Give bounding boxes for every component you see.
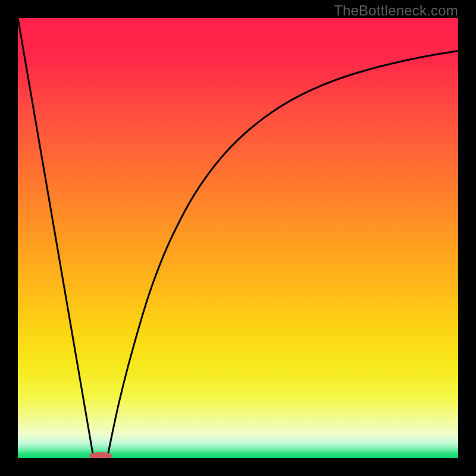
- plot-area: [18, 18, 458, 458]
- chart-svg: [18, 18, 458, 458]
- gradient-background: [18, 18, 458, 458]
- attribution-text: TheBottleneck.com: [334, 2, 458, 19]
- chart-frame: TheBottleneck.com: [0, 0, 476, 476]
